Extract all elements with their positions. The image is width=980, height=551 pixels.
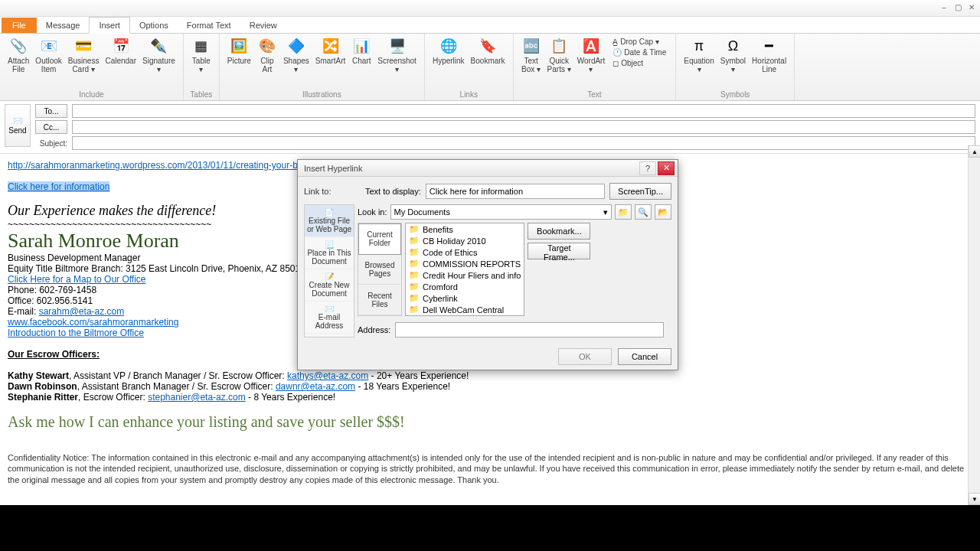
scroll-down-icon[interactable]: ▼ (969, 493, 980, 505)
browse-file-button[interactable]: 📂 (655, 204, 671, 220)
bookmark-button[interactable]: 🔖Bookmark (468, 35, 508, 67)
confidentiality-notice: Confidentiality Notice: The information … (8, 452, 972, 485)
current-folder-tab[interactable]: Current Folder (358, 223, 401, 255)
linkto-existing-file[interactable]: 📄Existing File or Web Page (305, 205, 354, 237)
clipart-button[interactable]: 🎨Clip Art (254, 35, 280, 75)
linkto-place-in-doc[interactable]: 📃Place in This Document (305, 237, 354, 269)
file-list-item[interactable]: 📁Downloads (406, 315, 524, 316)
tab-file[interactable]: File (2, 18, 37, 33)
picture-button[interactable]: 🖼️Picture (224, 35, 254, 67)
subject-input[interactable] (72, 136, 975, 150)
text-to-display-input[interactable] (426, 184, 605, 199)
tab-review[interactable]: Review (240, 18, 286, 33)
folder-icon: 📁 (409, 270, 420, 280)
file-list-item[interactable]: 📁Credit Hour Fliers and info (406, 269, 524, 281)
folder-icon: 📁 (409, 247, 420, 257)
outlook-item-button[interactable]: 📧Outlook Item (32, 35, 64, 75)
tab-format-text[interactable]: Format Text (178, 18, 240, 33)
smartart-icon: 🔀 (322, 37, 340, 55)
officer-name: Stephanie Ritter (8, 392, 78, 403)
click-here-link[interactable]: Click here for information (8, 181, 109, 192)
email-link[interactable]: sarahm@eta-az.com (39, 306, 125, 317)
facebook-link[interactable]: www.facebook.com/sarahmoranmarketing (8, 317, 178, 328)
to-input[interactable] (72, 104, 975, 118)
object-button[interactable]: ◻Object (611, 58, 668, 68)
file-list-item[interactable]: 📁COMMISSION REPORTS (406, 258, 524, 269)
intro-link[interactable]: Introduction to the Biltmore Office (8, 328, 144, 338)
folder-icon: 📁 (409, 293, 420, 303)
recent-files-tab[interactable]: Recent Files (358, 285, 401, 315)
folder-icon: 📁 (409, 259, 420, 269)
business-card-button[interactable]: 💳Business Card ▾ (65, 35, 103, 75)
linkto-email-address[interactable]: ✉️E-mail Address (305, 302, 354, 334)
up-folder-button[interactable]: 📁 (615, 204, 632, 220)
folder-icon: 📁 (409, 224, 420, 234)
signature-button[interactable]: ✒️Signature ▾ (139, 35, 178, 75)
hline-button[interactable]: ━Horizontal Line (749, 35, 789, 75)
browse-column: Current Folder Browsed Pages Recent File… (358, 223, 402, 316)
envelope-icon: 📧 (40, 37, 58, 55)
vertical-scrollbar[interactable]: ▲ ▼ (968, 145, 980, 505)
to-button[interactable]: To... (35, 104, 67, 118)
close-window-button[interactable]: ✕ (966, 2, 977, 11)
dropcap-button[interactable]: A̲Drop Cap ▾ (611, 37, 668, 47)
chart-button[interactable]: 📊Chart (348, 35, 374, 67)
tab-insert[interactable]: Insert (89, 17, 130, 34)
tab-message[interactable]: Message (37, 18, 90, 33)
send-button[interactable]: ✉️Send (5, 104, 31, 147)
scroll-up-icon[interactable]: ▲ (969, 145, 980, 158)
map-link[interactable]: Click Here for a Map to Our Office (8, 274, 146, 285)
file-list-item[interactable]: 📁Cromford (406, 281, 524, 292)
maximize-button[interactable]: ▢ (952, 2, 963, 11)
bookmark-dialog-button[interactable]: Bookmark... (528, 223, 590, 240)
file-list-item[interactable]: 📁Benefits (406, 223, 524, 235)
textbox-button[interactable]: 🔤Text Box ▾ (518, 35, 544, 75)
object-icon: ◻ (612, 59, 619, 67)
target-frame-button[interactable]: Target Frame... (528, 243, 590, 259)
help-button[interactable]: ? (639, 161, 656, 175)
smartart-button[interactable]: 🔀SmartArt (312, 35, 348, 67)
equation-button[interactable]: πEquation ▾ (681, 35, 717, 75)
wordart-button[interactable]: 🅰️WordArt ▾ (574, 35, 609, 75)
quickparts-button[interactable]: 📋Quick Parts ▾ (544, 35, 574, 75)
hyperlink-button[interactable]: 🌐Hyperlink (430, 35, 468, 67)
ribbon-tabs: File Message Insert Options Format Text … (0, 17, 980, 34)
browse-web-button[interactable]: 🔍 (635, 204, 652, 220)
browsed-pages-tab[interactable]: Browsed Pages (358, 255, 401, 285)
officer-email-link[interactable]: dawnr@eta-az.com (276, 381, 355, 392)
globe-icon: 🌐 (439, 37, 458, 55)
cancel-button[interactable]: Cancel (618, 348, 671, 365)
paperclip-icon: 📎 (9, 37, 28, 55)
group-label-include: Include (79, 90, 103, 100)
cc-button[interactable]: Cc... (35, 120, 67, 134)
screenshot-button[interactable]: 🖥️Screenshot ▾ (374, 35, 420, 75)
tab-options[interactable]: Options (130, 18, 178, 33)
file-list[interactable]: 📁Benefits📁CB Holiday 2010📁Code of Ethics… (405, 223, 524, 316)
datetime-button[interactable]: 🕐Date & Time (611, 47, 668, 57)
officer-email-link[interactable]: kathys@eta-az.com (287, 370, 368, 381)
shapes-button[interactable]: 🔷Shapes ▾ (280, 35, 312, 75)
cc-input[interactable] (72, 120, 975, 134)
table-button[interactable]: ▦Table ▾ (188, 35, 214, 75)
officer-email-link[interactable]: stephanier@eta-az.com (148, 392, 246, 403)
file-list-item[interactable]: 📁Dell WebCam Central (406, 304, 524, 315)
officer-name: Kathy Stewart (8, 370, 69, 381)
file-list-item[interactable]: 📁Cyberlink (406, 292, 524, 304)
symbol-button[interactable]: ΩSymbol ▾ (717, 35, 749, 75)
subject-label: Subject: (35, 139, 67, 148)
insert-hyperlink-dialog: Insert Hyperlink ? ✕ Link to: Text to di… (297, 159, 678, 370)
address-input[interactable] (395, 322, 664, 337)
linkto-create-new[interactable]: 📝Create New Document (305, 269, 354, 302)
document-icon: 📃 (306, 240, 352, 249)
send-icon: ✉️ (13, 116, 22, 125)
ok-button[interactable]: OK (558, 348, 612, 365)
link-to-column: 📄Existing File or Web Page 📃Place in Thi… (304, 204, 354, 337)
screentip-button[interactable]: ScreenTip... (609, 183, 671, 200)
calendar-button[interactable]: 📅Calendar (102, 35, 139, 67)
file-list-item[interactable]: 📁Code of Ethics (406, 246, 524, 258)
attach-file-button[interactable]: 📎Attach File (5, 35, 32, 75)
lookin-select[interactable]: My Documents▾ (390, 204, 612, 220)
close-dialog-button[interactable]: ✕ (658, 161, 675, 175)
file-list-item[interactable]: 📁CB Holiday 2010 (406, 235, 524, 246)
minimize-button[interactable]: – (939, 2, 949, 11)
